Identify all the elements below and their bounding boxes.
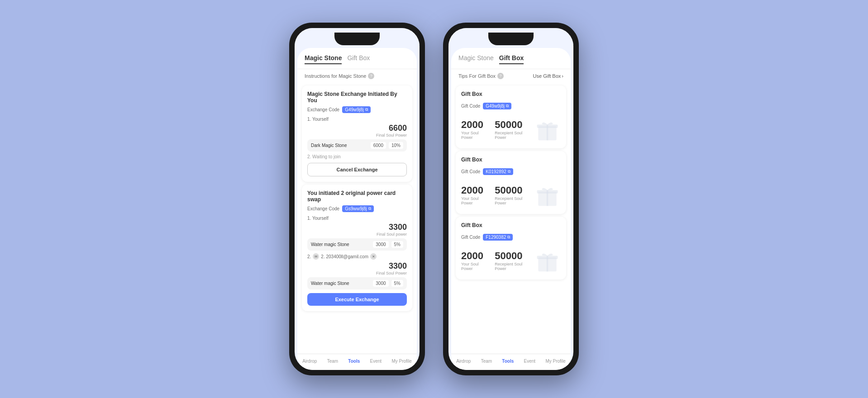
svg-rect-2 bbox=[546, 124, 548, 140]
tab-gift-box-1[interactable]: Gift Box bbox=[347, 54, 370, 64]
gift-code-row-1: Gift Code G49w9j8j ⧉ bbox=[461, 103, 561, 109]
gift-card-2: Gift Box Gift Code K0192892 ⧉ bbox=[456, 151, 566, 214]
stone-name-1: Dark Magic Stone bbox=[311, 143, 368, 148]
stone-pct-1: 10% bbox=[389, 142, 403, 149]
card2-p2-email: 2. 203400ll@gamil.com bbox=[321, 254, 368, 259]
gift-soul-block-rec-2: 50000 Recepient Soul Power bbox=[495, 185, 530, 205]
your-soul-num-1: 2000 bbox=[461, 119, 487, 131]
gift-card3-title: Gift Box bbox=[461, 222, 561, 228]
gift-image-2 bbox=[534, 181, 561, 208]
tab-airdrop-1[interactable]: Airdrop bbox=[302, 359, 317, 364]
sp-block-2: 3300 Final Soul power bbox=[307, 223, 407, 237]
copy-icon-1[interactable]: ⧉ bbox=[365, 107, 368, 112]
gift-copy-icon-2[interactable]: ⧉ bbox=[508, 169, 510, 174]
rec-soul-lbl-3: Recepient Soul Power bbox=[495, 262, 530, 271]
gift-soul-info-1: 2000 Your Soul Power 50000 Recepient Sou… bbox=[461, 119, 530, 140]
sp-number-2: 3300 bbox=[307, 223, 407, 232]
info-bar-2: Tips For Gift Box ? Use Gift Box › bbox=[451, 69, 571, 83]
gift-code-row-2: Gift Code K0192892 ⧉ bbox=[461, 168, 561, 175]
phones-container: Magic Stone Gift Box Instructions for Ma… bbox=[289, 23, 579, 375]
stone-pct-2: 5% bbox=[391, 241, 403, 248]
stone-pct-3: 5% bbox=[391, 280, 403, 287]
rec-soul-num-1: 50000 bbox=[495, 119, 530, 131]
gift-copy-icon-3[interactable]: ⧉ bbox=[507, 235, 510, 240]
tab-magic-stone-2[interactable]: Magic Stone bbox=[458, 54, 494, 64]
your-soul-lbl-2: Your Soul Power bbox=[461, 196, 487, 205]
gift-code-row-3: Gift Code F1290382 ⧉ bbox=[461, 234, 561, 241]
gift-soul-info-3: 2000 Your Soul Power 50000 Recepient Sou… bbox=[461, 250, 530, 271]
tab-team-1[interactable]: Team bbox=[327, 359, 338, 364]
tab-event-1[interactable]: Event bbox=[370, 359, 382, 364]
stone-name-2: Water magic Stone bbox=[311, 242, 370, 247]
execute-exchange-button[interactable]: Execute Exchange bbox=[307, 293, 407, 306]
info-text-2: Tips For Gift Box bbox=[458, 73, 496, 79]
rec-soul-lbl-2: Recepient Soul Power bbox=[495, 196, 530, 205]
info-text-1: Instructions for Magic Stone bbox=[305, 73, 366, 79]
gift-soul-row-1: 2000 Your Soul Power 50000 Recepient Sou… bbox=[461, 119, 530, 140]
code-value-2: Gs9ww9j8j bbox=[345, 206, 367, 211]
screen-content-2: Magic Stone Gift Box Tips For Gift Box ?… bbox=[451, 48, 571, 354]
code-row-2: Exchange Code Gs9ww9j8j ⧉ bbox=[307, 205, 407, 212]
gift-code-value-2: K0192892 bbox=[486, 169, 506, 174]
email-icon: ✉ bbox=[313, 253, 319, 260]
gift-soul-block-rec-3: 50000 Recepient Soul Power bbox=[495, 250, 530, 271]
notch-area-1 bbox=[295, 28, 420, 45]
tab-event-2[interactable]: Event bbox=[524, 359, 536, 364]
exchange-card-1: Magic Stone Exchange Initiated By You Ex… bbox=[302, 85, 412, 182]
stone-row-1: Dark Magic Stone 6000 10% bbox=[307, 139, 407, 152]
card2-p2-row: 2. ✉ 2. 203400ll@gamil.com ✕ bbox=[307, 253, 407, 260]
rec-soul-num-2: 50000 bbox=[495, 185, 530, 196]
question-icon-2[interactable]: ? bbox=[497, 73, 504, 79]
question-icon-1[interactable]: ? bbox=[368, 73, 374, 79]
use-gift-box-link[interactable]: Use Gift Box › bbox=[533, 73, 563, 79]
tab-team-2[interactable]: Team bbox=[481, 359, 492, 364]
code-value-1: G49w9j8j bbox=[345, 107, 364, 112]
your-soul-lbl-3: Your Soul Power bbox=[461, 262, 487, 271]
gift-soul-block-your-3: 2000 Your Soul Power bbox=[461, 250, 487, 271]
content-area-1: Magic Stone Exchange Initiated By You Ex… bbox=[297, 83, 417, 354]
tab-bar-1: Airdrop Team Tools Event My Profile bbox=[297, 354, 417, 370]
card2-title: You initiated 2 original power card swap bbox=[307, 190, 407, 203]
code-label-2: Exchange Code bbox=[307, 206, 339, 211]
sp-block-1: 6600 Final Soul Power bbox=[307, 123, 407, 137]
copy-icon-2[interactable]: ⧉ bbox=[368, 206, 371, 211]
gift-image-1 bbox=[534, 116, 561, 143]
tab-magic-stone-1[interactable]: Magic Stone bbox=[305, 54, 342, 64]
stone-row-3: Water magic Stone 3000 5% bbox=[307, 277, 407, 289]
tab-gift-box-2[interactable]: Gift Box bbox=[499, 54, 524, 64]
gift-soul-row-3: 2000 Your Soul Power 50000 Recepient Sou… bbox=[461, 250, 530, 271]
header-tabs-1: Magic Stone Gift Box bbox=[297, 48, 417, 69]
gift-card-1: Gift Box Gift Code G49w9j8j ⧉ bbox=[456, 85, 566, 148]
close-icon[interactable]: ✕ bbox=[370, 253, 377, 260]
gift-code-badge-2: K0192892 ⧉ bbox=[483, 168, 513, 175]
phone-2: Magic Stone Gift Box Tips For Gift Box ?… bbox=[443, 23, 579, 375]
notch-area-2 bbox=[448, 28, 573, 45]
tab-airdrop-2[interactable]: Airdrop bbox=[456, 359, 471, 364]
rec-soul-lbl-1: Recepient Soul Power bbox=[495, 131, 530, 140]
cancel-exchange-button[interactable]: Cancel Exchange bbox=[307, 163, 407, 176]
tab-tools-1[interactable]: Tools bbox=[348, 359, 360, 364]
your-soul-num-2: 2000 bbox=[461, 185, 487, 196]
phone-1-screen: Magic Stone Gift Box Instructions for Ma… bbox=[295, 28, 420, 370]
sp-number-3: 3300 bbox=[307, 261, 407, 271]
stone-value-1: 6000 bbox=[371, 142, 386, 149]
code-row-1: Exchange Code G49w9j8j ⧉ bbox=[307, 106, 407, 113]
gift-card3-inner: 2000 Your Soul Power 50000 Recepient Sou… bbox=[461, 247, 561, 274]
gift-code-badge-1: G49w9j8j ⧉ bbox=[483, 103, 511, 109]
sp-label-2: Final Soul power bbox=[307, 232, 407, 237]
gift-copy-icon-1[interactable]: ⧉ bbox=[506, 104, 509, 109]
gift-card1-title: Gift Box bbox=[461, 91, 561, 97]
gift-code-label-3: Gift Code bbox=[461, 235, 480, 240]
notch-1 bbox=[334, 33, 380, 45]
gift-image-3 bbox=[534, 247, 561, 274]
tab-profile-2[interactable]: My Profile bbox=[545, 359, 565, 364]
tab-profile-1[interactable]: My Profile bbox=[391, 359, 411, 364]
participant1-label: 1. Yourself bbox=[307, 117, 407, 122]
gift-soul-row-2: 2000 Your Soul Power 50000 Recepient Sou… bbox=[461, 185, 530, 205]
gift-code-value-1: G49w9j8j bbox=[486, 104, 505, 109]
sp-label-1: Final Soul Power bbox=[307, 133, 407, 137]
tab-bar-2: Airdrop Team Tools Event My Profile bbox=[451, 354, 571, 370]
tab-tools-2[interactable]: Tools bbox=[502, 359, 514, 364]
screen-content-1: Magic Stone Gift Box Instructions for Ma… bbox=[297, 48, 417, 354]
gift-soul-block-your-2: 2000 Your Soul Power bbox=[461, 185, 487, 205]
